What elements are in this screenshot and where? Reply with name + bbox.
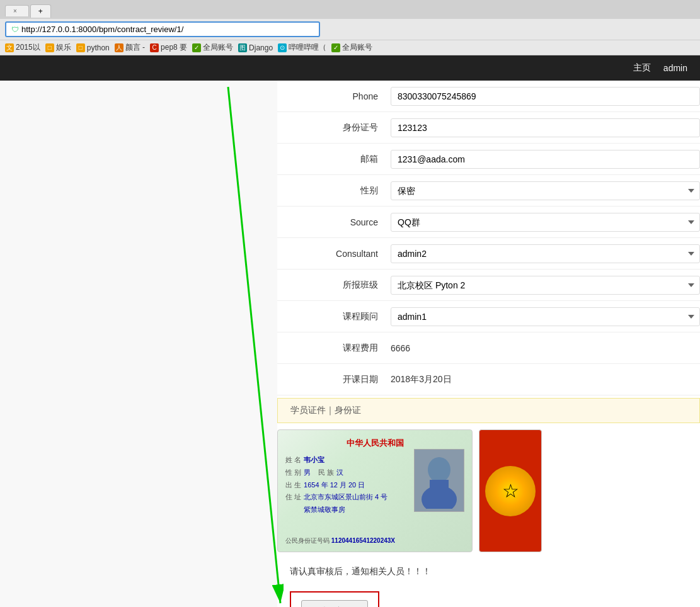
url-text: http://127.0.0.1:8000/bpm/contract_revie… xyxy=(21,25,183,34)
id-section-header: 学员证件｜身份证 xyxy=(277,398,700,423)
bookmark-icon-django: 图 xyxy=(238,43,247,52)
tab-close[interactable]: × xyxy=(13,8,17,14)
bookmark-account2[interactable]: ✓ 全局账号 xyxy=(331,42,372,53)
id-address-line2: 紫禁城敬事房 xyxy=(304,506,345,513)
form-row-id: 身份证号 xyxy=(277,112,700,144)
value-fee: 6666 xyxy=(391,343,700,353)
notice-content: 请认真审核后，通知相关人员！！！ xyxy=(290,566,431,576)
value-phone xyxy=(391,87,700,106)
id-address-value: 北京市东城区景山前街 4 号 紫禁城敬事房 xyxy=(304,491,387,516)
bookmarks-bar: 文 2015以 □ 娱乐 □ python 人 颜言 - C pep8 要 ✓ … xyxy=(0,40,700,55)
browser-tab-new[interactable]: + xyxy=(30,4,51,18)
browser-tab-1[interactable]: × xyxy=(5,5,29,16)
bookmark-pep8[interactable]: C pep8 要 xyxy=(150,42,187,53)
bookmark-label-python: python xyxy=(87,43,110,52)
form-section: Phone 身份证号 邮箱 xyxy=(277,81,700,395)
id-card-inner: 中华人民共和国 姓 名 韦小宝 性 别 男 民 族 汉 xyxy=(278,430,472,552)
id-address-label: 住 址 xyxy=(285,491,301,516)
form-row-email: 邮箱 xyxy=(277,144,700,175)
input-email[interactable] xyxy=(391,150,700,169)
id-ethnic-value: 汉 xyxy=(336,467,343,479)
id-birth-label: 出 生 xyxy=(285,479,301,492)
bookmark-yule[interactable]: □ 娱乐 xyxy=(45,42,71,53)
browser-chrome: × + 🛡 http://127.0.0.1:8000/bpm/contract… xyxy=(0,0,700,55)
id-card-republic-title: 中华人民共和国 xyxy=(285,438,464,449)
id-card-area: 中华人民共和国 姓 名 韦小宝 性 别 男 民 族 汉 xyxy=(277,423,700,559)
bookmark-python[interactable]: □ python xyxy=(76,43,110,52)
id-card-photo xyxy=(414,449,464,512)
browser-tabs: × + xyxy=(0,0,700,19)
id-address-line1: 北京市东城区景山前街 4 号 xyxy=(304,493,387,501)
bookmark-icon-account2: ✓ xyxy=(331,43,340,52)
browser-address-bar: 🛡 http://127.0.0.1:8000/bpm/contract_rev… xyxy=(0,19,700,40)
bookmark-yan[interactable]: 人 颜言 - xyxy=(115,42,145,53)
value-advisor: admin1 admin2 xyxy=(391,307,700,326)
bookmark-icon-bilibili: ⊙ xyxy=(278,43,287,52)
id-card-front: 中华人民共和国 姓 名 韦小宝 性 别 男 民 族 汉 xyxy=(277,429,473,552)
label-id: 身份证号 xyxy=(277,122,391,133)
bookmark-django[interactable]: 图 Django xyxy=(238,43,273,52)
id-ethnic-label: 民 族 xyxy=(318,467,334,479)
value-email xyxy=(391,150,700,169)
shield-icon: 🛡 xyxy=(11,25,19,34)
value-class: 北京校区 Pyton 2 北京校区 Pyton 1 xyxy=(391,276,700,295)
bookmark-icon-yan: 人 xyxy=(115,43,123,52)
bookmark-2015[interactable]: 文 2015以 xyxy=(5,42,40,53)
form-row-advisor: 课程顾问 admin1 admin2 xyxy=(277,301,700,332)
id-section-title: 学员证件｜身份证 xyxy=(290,405,361,415)
person-photo-svg xyxy=(417,452,461,509)
app-header: 主页 admin xyxy=(0,55,700,81)
id-gender-value: 男 xyxy=(304,467,311,479)
select-class[interactable]: 北京校区 Pyton 2 北京校区 Pyton 1 xyxy=(391,276,700,295)
form-row-start-date: 开课日期 2018年3月20日 xyxy=(277,364,700,395)
id-number-area: 公民身份证号码 11204416541220243X xyxy=(285,536,395,545)
bookmark-label-django: Django xyxy=(249,43,273,52)
label-source: Source xyxy=(277,217,391,227)
value-gender: 保密 男 女 xyxy=(391,181,700,200)
form-row-fee: 课程费用 6666 xyxy=(277,332,700,364)
notice-text: 请认真审核后，通知相关人员！！！ xyxy=(277,559,700,585)
national-emblem: ☆ xyxy=(485,466,536,516)
label-class: 所报班级 xyxy=(277,280,391,291)
svg-rect-4 xyxy=(430,480,449,492)
label-phone: Phone xyxy=(277,91,391,101)
bookmark-label-bilibili: 哔哩哔哩（ xyxy=(289,42,326,53)
value-id xyxy=(391,118,700,137)
select-source[interactable]: QQ群 微信 朋友介绍 xyxy=(391,213,700,232)
address-input[interactable]: 🛡 http://127.0.0.1:8000/bpm/contract_rev… xyxy=(5,21,320,37)
id-number-label: 公民身份证号码 xyxy=(285,537,330,544)
bookmark-label-pep8: pep8 要 xyxy=(161,42,187,53)
form-row-class: 所报班级 北京校区 Pyton 2 北京校区 Pyton 1 xyxy=(277,269,700,301)
bookmark-icon-account1: ✓ xyxy=(192,43,201,52)
value-consultant: admin1 admin2 admin3 xyxy=(391,244,700,263)
bookmark-icon-yule: □ xyxy=(45,43,54,52)
bookmark-bilibili[interactable]: ⊙ 哔哩哔哩（ xyxy=(278,42,326,53)
input-id[interactable] xyxy=(391,118,700,137)
new-tab-icon: + xyxy=(38,7,43,16)
label-consultant: Consultant xyxy=(277,249,391,259)
sidebar xyxy=(0,81,277,607)
home-link[interactable]: 主页 xyxy=(633,62,651,74)
bookmark-label-account2: 全局账号 xyxy=(342,42,372,53)
bookmark-label-account1: 全局账号 xyxy=(203,42,233,53)
form-row-source: Source QQ群 微信 朋友介绍 xyxy=(277,207,700,238)
page-content: Phone 身份证号 邮箱 xyxy=(0,81,700,607)
input-phone[interactable] xyxy=(391,87,700,106)
form-row-consultant: Consultant admin1 admin2 admin3 xyxy=(277,238,700,269)
id-name-value: 韦小宝 xyxy=(304,454,324,467)
bookmark-label-2015: 2015以 xyxy=(16,42,40,53)
bookmark-account1[interactable]: ✓ 全局账号 xyxy=(192,42,233,53)
label-start-date: 开课日期 xyxy=(277,374,391,385)
select-gender[interactable]: 保密 男 女 xyxy=(391,181,700,200)
select-advisor[interactable]: admin1 admin2 xyxy=(391,307,700,326)
select-consultant[interactable]: admin1 admin2 admin3 xyxy=(391,244,700,263)
button-container-outer: 驳回合同 xyxy=(277,585,392,607)
bookmark-icon-pep8: C xyxy=(150,43,159,52)
form-row-gender: 性别 保密 男 女 xyxy=(277,175,700,207)
label-email: 邮箱 xyxy=(277,154,391,165)
id-card-emblem: ☆ xyxy=(479,429,542,552)
form-row-phone: Phone xyxy=(277,81,700,112)
reject-button[interactable]: 驳回合同 xyxy=(301,600,368,607)
id-name-label: 姓 名 xyxy=(285,454,301,467)
user-link[interactable]: admin xyxy=(663,63,687,73)
